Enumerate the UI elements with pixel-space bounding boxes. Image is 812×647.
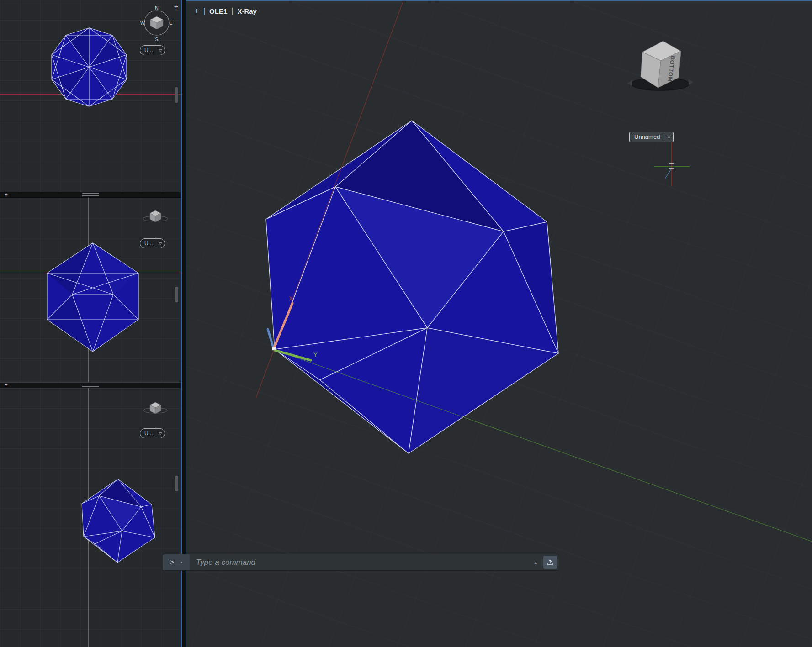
- gizmo-y-label: Y: [313, 351, 318, 358]
- share-button[interactable]: [543, 556, 557, 569]
- chevron-down-icon[interactable]: ▽: [664, 132, 673, 142]
- view-controls-dropdown[interactable]: U... ▽: [140, 238, 165, 248]
- solid-fill: [47, 243, 138, 352]
- chevron-down-icon[interactable]: ▽: [156, 46, 165, 55]
- label-separator: |: [203, 7, 205, 15]
- main-viewport[interactable]: X Y BOTTOM + |: [186, 0, 812, 647]
- viewcube-mini[interactable]: [139, 398, 174, 420]
- viewport-controls-menu[interactable]: +: [195, 6, 199, 16]
- prompt-gt: >: [170, 559, 174, 566]
- compass-south-label[interactable]: S: [155, 37, 158, 42]
- scrollbar-handle[interactable]: [175, 87, 178, 103]
- named-view-label: Unnamed: [630, 132, 664, 142]
- viewport-iso-view[interactable]: U... ▽: [0, 388, 181, 647]
- compass-east-label[interactable]: E: [169, 20, 172, 26]
- divider-drag-handle[interactable]: [82, 384, 99, 387]
- viewport-divider[interactable]: +: [0, 192, 181, 198]
- divider-drag-handle[interactable]: [82, 193, 99, 196]
- crosshair-cursor: [654, 139, 690, 186]
- ring-arrow-right[interactable]: [689, 79, 693, 85]
- viewport-name-menu[interactable]: OLE1: [209, 7, 227, 15]
- icosahedron-solid[interactable]: [266, 121, 558, 453]
- active-viewport-splitter[interactable]: [181, 0, 186, 647]
- view-controls-label: U...: [140, 429, 156, 438]
- compass-north-label[interactable]: N: [155, 5, 159, 11]
- viewport-top-view[interactable]: N W E S U... ▽ +: [0, 0, 181, 192]
- viewcube-compass[interactable]: N W E S: [138, 2, 175, 44]
- crosshair-blue-axis: [665, 169, 671, 178]
- viewport-divider[interactable]: +: [0, 382, 181, 388]
- viewport-front-view[interactable]: U... ▽: [0, 198, 181, 382]
- command-input[interactable]: [190, 558, 534, 568]
- command-prompt[interactable]: > _ ▾: [163, 554, 190, 570]
- gizmo-x-label: X: [289, 295, 293, 302]
- prompt-dropdown-icon[interactable]: ▾: [180, 560, 183, 564]
- viewport-label-bar: + | OLE1 | X-Ray: [195, 6, 257, 16]
- scrollbar-handle[interactable]: [175, 287, 178, 302]
- divider-plus-control[interactable]: +: [5, 192, 8, 197]
- view-controls-label: U...: [140, 46, 156, 55]
- prompt-cursor: _: [175, 559, 179, 566]
- chevron-down-icon[interactable]: ▽: [156, 239, 165, 248]
- collapse-caret-icon[interactable]: ▲: [534, 560, 538, 565]
- named-view-dropdown[interactable]: Unnamed ▽: [629, 132, 674, 142]
- scrollbar-handle[interactable]: [175, 476, 178, 491]
- viewcube-mini[interactable]: [139, 206, 174, 228]
- view-controls-dropdown[interactable]: U... ▽: [140, 45, 165, 55]
- gizmo-origin: [272, 347, 276, 350]
- label-separator: |: [231, 7, 233, 15]
- view-controls-dropdown[interactable]: U... ▽: [140, 428, 165, 438]
- chevron-down-icon[interactable]: ▽: [156, 429, 165, 438]
- visual-style-menu[interactable]: X-Ray: [237, 7, 257, 15]
- main-3d-scene[interactable]: X Y BOTTOM: [186, 1, 812, 647]
- cad-workspace: N W E S U... ▽ + +: [0, 0, 812, 647]
- compass-west-label[interactable]: W: [140, 20, 145, 26]
- divider-plus-control[interactable]: +: [5, 383, 8, 388]
- command-bar[interactable]: > _ ▾ ▲: [163, 554, 559, 571]
- share-icon: [547, 559, 554, 566]
- icosahedron-iso-view[interactable]: [0, 388, 181, 647]
- ring-arrow-left[interactable]: [627, 80, 632, 86]
- view-controls-label: U...: [140, 239, 156, 248]
- y-axis-line: [275, 350, 812, 542]
- viewcube[interactable]: BOTTOM: [627, 41, 693, 90]
- viewport-plus-control[interactable]: +: [174, 2, 178, 10]
